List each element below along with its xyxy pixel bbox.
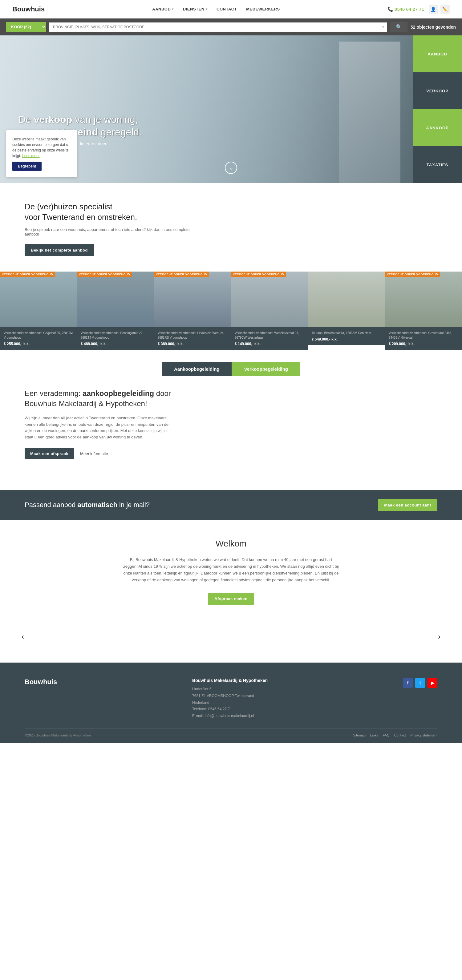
property-card-6[interactable]: VERKOCHT ONDER VOORBEHOUD Verkocht onder… <box>385 272 462 350</box>
guidance-description: Wij zijn al meer dan 40 jaar actief in T… <box>25 415 175 441</box>
aankoopbegeleiding-tab[interactable]: Aankoopbegeleiding <box>162 362 232 376</box>
property-info-4: Verkocht onder voorbehoud: Webbinkstraat… <box>231 327 308 350</box>
property-card-1[interactable]: VERKOCHT ONDER VOORBEHOUD Verkocht onder… <box>0 272 77 350</box>
dropdown-icon: ▾ <box>379 25 387 29</box>
footer-link-faq[interactable]: FAQ <box>383 733 390 737</box>
property-description-5: Te koop: Birniëstraat 1a, 7683BM Den Ham <box>312 331 381 335</box>
property-price-4: € 149.000,- k.k. <box>235 342 304 346</box>
footer-link-links[interactable]: Links <box>370 733 378 737</box>
property-image-3: VERKOCHT ONDER VOORBEHOUD <box>154 272 231 327</box>
search-button[interactable]: 🔍 <box>390 22 408 32</box>
search-input-wrap: ▾ <box>49 22 387 32</box>
carousel-navigation: ‹ › <box>0 623 462 663</box>
phone-link[interactable]: 📞 0546 64 27 71 <box>387 6 424 12</box>
property-price-5: € 549.000,- k.k. <box>312 337 381 342</box>
guidance-actions: Maak een afspraak Meer informatie <box>25 448 175 459</box>
property-info-3: Verkocht onder voorbehoud: Linderveld We… <box>154 327 231 350</box>
cookie-text: Deze website maakt gebruik van cookies o… <box>12 137 71 159</box>
logo-part2: huis <box>31 5 45 13</box>
edit-icon: ✏️ <box>442 7 448 12</box>
create-account-button[interactable]: Maak een account aan! <box>378 499 437 511</box>
verkoopbegeleiding-tab[interactable]: Verkoopbegeleiding <box>232 362 300 376</box>
chevron-down-icon: ⌄ <box>229 164 233 171</box>
footer-link-contact[interactable]: Contact <box>394 733 406 737</box>
cta-text: Passend aanbod automatisch in je mail? <box>25 501 150 509</box>
user-icon-btn[interactable]: 👤 <box>429 5 438 14</box>
hero-sidebar: AANBOD VERKOOP AANKOOP TAXATIES <box>413 35 462 183</box>
footer-bottom: ©2025 Bouwhuis Makelaardij & Hypotheken … <box>25 729 437 737</box>
footer-logo[interactable]: Bouwhuis <box>25 678 57 686</box>
edit-icon-btn[interactable]: ✏️ <box>440 5 450 14</box>
property-info-2: Verkocht onder voorbehoud: Penningkruid … <box>77 327 154 350</box>
property-card-3[interactable]: VERKOCHT ONDER VOORBEHOUD Verkocht onder… <box>154 272 231 350</box>
property-card-5[interactable]: Te koop: Birniëstraat 1a, 7683BM Den Ham… <box>308 272 385 350</box>
more-info-link[interactable]: Meer informatie <box>80 451 108 456</box>
property-price-2: € 488.000,- k.k. <box>81 342 150 346</box>
property-info-6: Verkocht onder voorbehoud: Grotestraat 2… <box>385 327 462 350</box>
nav-item-medewerkers[interactable]: MEDEWERKERS <box>246 7 280 11</box>
footer-address-3: Nederland <box>192 700 268 706</box>
logo[interactable]: Bouwhuis <box>12 5 45 13</box>
cookie-accept-button[interactable]: Begrepen! <box>12 162 41 171</box>
hero-tab-aanbod[interactable]: AANBOD <box>413 35 462 72</box>
make-appointment-button-welcome[interactable]: Afspraak maken <box>208 593 253 605</box>
nav-item-contact[interactable]: CONTACT <box>217 7 237 11</box>
footer-left: Bouwhuis <box>25 678 57 689</box>
search-result-text: 52 objecten gevonden <box>411 25 456 30</box>
nav-item-diensten[interactable]: DIENSTEN ▾ <box>183 7 207 11</box>
search-bar: KOOP (52) ▾ 🔍 52 objecten gevonden <box>0 19 462 35</box>
guidance-heading: Een verademing: aankoopbegeleiding door … <box>25 388 175 409</box>
intro-heading: De (ver)huizen specialist voor Twenteran… <box>25 202 191 223</box>
footer-links: Sitemap Links FAQ Contact Privacy statem… <box>353 733 437 737</box>
facebook-icon-btn[interactable]: f <box>403 678 413 688</box>
twitter-icon-btn[interactable]: t <box>415 678 425 688</box>
carousel-prev-button[interactable]: ‹ <box>19 629 27 644</box>
property-badge-2: VERKOCHT ONDER VOORBEHOUD <box>77 272 132 277</box>
user-icon: 👤 <box>430 7 436 12</box>
hero-tab-verkoop[interactable]: VERKOOP <box>413 72 462 109</box>
hero-scroll-btn[interactable]: ⌄ <box>225 162 237 174</box>
property-image-1: VERKOCHT ONDER VOORBEHOUD <box>0 272 77 327</box>
property-card-2[interactable]: VERKOCHT ONDER VOORBEHOUD Verkocht onder… <box>77 272 154 350</box>
footer-link-sitemap[interactable]: Sitemap <box>353 733 366 737</box>
footer-address-1: Linderflier 6 <box>192 686 268 693</box>
main-nav: AANBOD ▾ DIENSTEN ▾ CONTACT MEDEWERKERS <box>152 7 280 11</box>
carousel-next-button[interactable]: › <box>435 629 443 644</box>
cookie-learn-more-link[interactable]: Lees meer <box>22 154 40 158</box>
header-icons: 👤 ✏️ <box>429 5 450 14</box>
property-badge-4: VERKOCHT ONDER VOORBEHOUD <box>231 272 286 277</box>
type-select[interactable]: KOOP (52) <box>6 22 46 32</box>
hero-tab-aankoop[interactable]: AANKOOP <box>413 109 462 146</box>
chevron-down-icon: ▾ <box>172 7 174 11</box>
footer-social: f t ▶ <box>403 678 437 688</box>
make-appointment-button[interactable]: Maak een afspraak <box>25 448 74 459</box>
property-info-1: Verkocht onder voorbehoud: Gagelhof 25, … <box>0 327 77 350</box>
view-all-button[interactable]: Bekijk het complete aanbod <box>25 244 94 256</box>
youtube-icon-btn[interactable]: ▶ <box>427 678 437 688</box>
property-description-3: Verkocht onder voorbehoud: Linderveld We… <box>158 331 227 340</box>
footer-link-privacy[interactable]: Privacy statement <box>411 733 437 737</box>
hero-photo-detail <box>339 41 400 183</box>
copyright-text: ©2025 Bouwhuis Makelaardij & Hypotheken <box>25 733 91 737</box>
chevron-down-icon: ▾ <box>206 7 207 11</box>
property-info-5: Te koop: Birniëstraat 1a, 7683BM Den Ham… <box>308 327 385 345</box>
cookie-banner: Deze website maakt gebruik van cookies o… <box>6 130 77 177</box>
footer-email: E-mail: info@bouwhuis makelaardij.nl <box>192 713 268 719</box>
guidance-tabs: Aankoopbegeleiding Verkoopbegeleiding <box>0 350 462 376</box>
property-price-1: € 255.000,- k.k. <box>4 342 73 346</box>
guidance-content: Een verademing: aankoopbegeleiding door … <box>0 376 200 477</box>
footer-company-name: Bouwhuis Makelaardij & Hypotheken <box>192 678 268 683</box>
hero-section: De verkoop van je woning, van start tot … <box>0 35 462 183</box>
nav-item-aanbod[interactable]: AANBOD ▾ <box>152 7 174 11</box>
property-description-2: Verkocht onder voorbehoud: Penningkruid … <box>81 331 150 340</box>
property-card-4[interactable]: VERKOCHT ONDER VOORBEHOUD Verkocht onder… <box>231 272 308 350</box>
logo-part1: Bouw <box>12 5 31 13</box>
hero-tab-taxaties[interactable]: TAXATIES <box>413 146 462 183</box>
property-image-5 <box>308 272 385 327</box>
property-image-6: VERKOCHT ONDER VOORBEHOUD <box>385 272 462 327</box>
footer: Bouwhuis Bouwhuis Makelaardij & Hypothek… <box>0 663 462 743</box>
property-description-6: Verkocht onder voorbehoud: Grotestraat 2… <box>389 331 458 340</box>
search-input[interactable] <box>49 22 379 32</box>
property-carousel: VERKOCHT ONDER VOORBEHOUD Verkocht onder… <box>0 272 462 350</box>
property-description-1: Verkocht onder voorbehoud: Gagelhof 25, … <box>4 331 73 340</box>
